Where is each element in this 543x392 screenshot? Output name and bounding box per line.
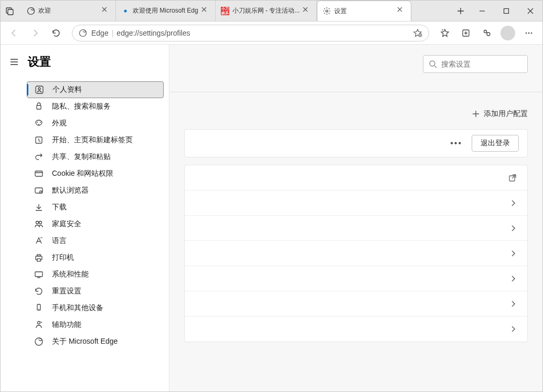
more-options-button[interactable]: ••• [448,136,464,150]
tab-3[interactable]: 设置 [317,1,411,21]
settings-row-3[interactable] [185,241,527,266]
hamburger-button[interactable] [8,56,20,68]
profile-actions: 添加用户配置 [184,92,528,129]
forward-button[interactable] [26,24,45,43]
tab-1[interactable]: 欢迎使用 Microsoft Edg [116,1,216,21]
settings-list [184,165,528,342]
sidebar-item-10[interactable]: 打印机 [27,249,164,266]
settings-row-2[interactable] [185,216,527,241]
profile-button[interactable] [498,24,517,43]
sidebar-item-7[interactable]: 下载 [27,199,164,216]
tab-close-icon[interactable] [102,7,110,15]
sidebar-item-6[interactable]: 默认浏览器 [27,182,164,199]
tab-2[interactable]: 小刀娱乐小刀娱乐网 - 专注活动... [216,1,317,21]
maximize-button[interactable] [494,1,518,21]
svg-point-11 [526,32,527,34]
nav-label: 共享、复制和粘贴 [52,152,111,162]
extensions-button[interactable] [477,24,496,43]
nav-label: 重置设置 [52,287,81,296]
external-link-icon [508,174,517,182]
sidebar-item-8[interactable]: 家庭安全 [27,216,164,232]
svg-point-32 [38,322,40,324]
sidebar-item-15[interactable]: 关于 Microsoft Edge [27,333,164,350]
favorite-icon[interactable] [413,28,422,38]
settings-row-5[interactable] [185,291,527,316]
nav-icon [34,236,44,246]
svg-point-25 [39,221,42,224]
svg-rect-16 [37,105,41,109]
settings-search[interactable] [423,55,528,73]
address-bar[interactable]: Edge | edge://settings/profiles [72,25,429,41]
titlebar: 欢迎欢迎使用 Microsoft Edg小刀娱乐小刀娱乐网 - 专注活动...设… [1,1,542,22]
settings-sidebar: 设置 个人资料隐私、搜索和服务外观开始、主页和新建标签页共享、复制和粘贴Cook… [1,45,169,391]
sidebar-item-9[interactable]: 语言 [27,232,164,249]
profile-card: ••• 退出登录 [184,129,528,157]
sidebar-nav: 个人资料隐私、搜索和服务外观开始、主页和新建标签页共享、复制和粘贴Cookie … [1,77,169,354]
sidebar-item-12[interactable]: 重置设置 [27,283,164,300]
tab-manager-button[interactable] [1,1,19,21]
tab-close-icon[interactable] [201,7,210,15]
brand-label: Edge [91,29,109,37]
nav-label: 系统和性能 [52,270,89,279]
settings-row-1[interactable] [185,190,527,216]
sidebar-item-1[interactable]: 隐私、搜索和服务 [27,98,164,115]
search-icon [429,60,437,68]
nav-icon [34,152,44,162]
nav-label: 语言 [52,236,67,246]
nav-icon [34,253,44,262]
nav-label: 默认浏览器 [52,186,89,195]
sidebar-item-2[interactable]: 外观 [27,115,164,132]
tab-favicon [323,7,331,15]
svg-rect-28 [37,259,40,261]
sidebar-header: 设置 [1,45,169,77]
minimize-button[interactable] [470,1,494,21]
refresh-button[interactable] [47,24,66,43]
sidebar-item-13[interactable]: 手机和其他设备 [27,300,164,316]
main-body: 添加用户配置 ••• 退出登录 [169,73,542,353]
collections-button[interactable] [456,24,475,43]
url-display: Edge | edge://settings/profiles [91,29,409,37]
settings-row-4[interactable] [185,266,527,291]
nav-label: 个人资料 [52,85,82,94]
nav-label: 外观 [52,119,67,128]
add-profile-button[interactable]: 添加用户配置 [472,109,528,119]
new-tab-button[interactable] [451,1,470,21]
favorites-button[interactable] [435,24,454,43]
back-button[interactable] [5,24,24,43]
chevron-right-icon [509,325,517,333]
svg-point-24 [36,221,39,224]
nav-label: 隐私、搜索和服务 [52,102,111,111]
profile-card-row: ••• 退出登录 [185,130,527,157]
settings-row-6[interactable] [185,316,527,342]
tab-close-icon[interactable] [303,7,311,15]
logout-button[interactable]: 退出登录 [472,135,519,152]
sidebar-item-11[interactable]: 系统和性能 [27,266,164,283]
sidebar-item-4[interactable]: 共享、复制和粘贴 [27,149,164,165]
edge-logo-icon [79,29,87,37]
sidebar-item-3[interactable]: 开始、主页和新建标签页 [27,132,164,149]
nav-icon [34,287,44,296]
tab-favicon [27,7,35,15]
settings-row-0[interactable] [185,165,527,190]
tab-favicon: 小刀娱乐 [221,7,229,15]
svg-point-3 [124,9,127,12]
nav-icon [34,186,44,195]
tab-close-icon[interactable] [397,7,406,15]
svg-rect-21 [35,171,42,176]
close-window-button[interactable] [518,1,542,21]
nav-label: 家庭安全 [52,219,81,229]
nav-icon [34,169,44,178]
menu-button[interactable] [519,24,538,43]
sidebar-item-5[interactable]: Cookie 和网站权限 [27,165,164,182]
nav-icon [34,119,44,128]
svg-point-12 [528,32,530,34]
svg-point-19 [38,124,39,125]
nav-label: 打印机 [52,253,74,262]
sidebar-item-0[interactable]: 个人资料 [27,81,164,98]
tab-title: 欢迎 [38,6,99,15]
nav-label: 手机和其他设备 [52,303,103,313]
nav-icon [34,102,44,111]
search-input[interactable] [441,60,533,68]
sidebar-item-14[interactable]: 辅助功能 [27,316,164,333]
tab-0[interactable]: 欢迎 [22,1,116,21]
